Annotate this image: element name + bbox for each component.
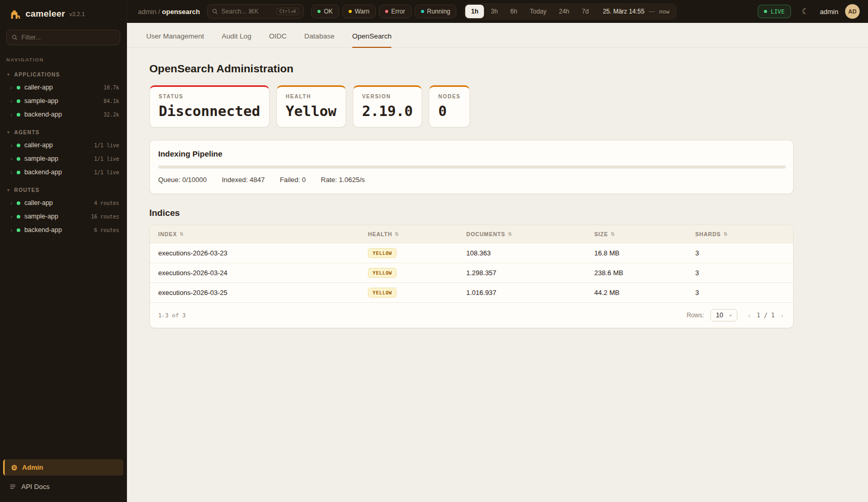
filter-pill-running[interactable]: Running [415, 5, 457, 18]
pipeline-title: Indexing Pipeline [158, 149, 786, 158]
chevron-right-icon: › [10, 85, 12, 91]
chevron-right-icon: › [10, 98, 12, 104]
table-footer-controls: Rows: 10 ▾ ‹ 1 / 1 › [686, 309, 785, 321]
cameleer-logo-icon [8, 7, 21, 20]
next-page-button[interactable]: › [780, 312, 785, 319]
chevron-right-icon: › [10, 143, 12, 148]
dark-mode-toggle[interactable]: ☾ [798, 4, 813, 19]
item-badge: 1/1 live [94, 156, 119, 162]
shortcut-badge: Ctrl+K [276, 8, 300, 15]
time-range-today[interactable]: Today [524, 5, 552, 18]
page-title: OpenSearch Administration [149, 62, 794, 75]
sidebar-item-caller-app-agent[interactable]: › caller-app 1/1 live [0, 138, 126, 152]
section-header-agents[interactable]: ▾ AGENTS [0, 127, 126, 138]
sidebar-item-api-docs[interactable]: API Docs [3, 479, 123, 495]
stat-value: Disconnected [159, 103, 260, 119]
column-header-size[interactable]: SIZE ⇅ [594, 231, 695, 237]
live-toggle[interactable]: LIVE [758, 5, 791, 18]
section-header-applications[interactable]: ▾ APPLICATIONS [0, 70, 126, 81]
column-header-shards[interactable]: SHARDS ⇅ [695, 231, 793, 237]
main-area: admin / opensearch Ctrl+K OK Warn [127, 0, 868, 502]
breadcrumb[interactable]: admin / opensearch [138, 8, 200, 16]
time-range-7d[interactable]: 7d [576, 5, 594, 18]
sidebar-item-sample-app-agent[interactable]: › sample-app 1/1 live [0, 152, 126, 165]
breadcrumb-parent[interactable]: admin [138, 8, 156, 16]
moon-icon: ☾ [802, 7, 809, 16]
chevron-down-icon: ▾ [7, 130, 10, 135]
stat-cards: STATUS Disconnected HEALTH Yellow VERSIO… [149, 85, 794, 127]
column-header-index[interactable]: INDEX ⇅ [150, 231, 368, 237]
warn-dot-icon [349, 10, 352, 13]
chevron-down-icon: ▾ [7, 72, 10, 77]
stat-label: NODES [438, 94, 461, 99]
item-label: sample-app [24, 213, 58, 220]
avatar[interactable]: AD [845, 4, 860, 19]
pipeline-stats: Queue: 0/10000 Indexed: 4847 Failed: 0 R… [158, 176, 786, 184]
time-range-6h[interactable]: 6h [505, 5, 523, 18]
filter-input[interactable] [21, 34, 115, 41]
sidebar-item-backend-app-routes[interactable]: › backend-app 6 routes [0, 223, 126, 237]
filter-pill-error[interactable]: Error [379, 5, 412, 18]
section-label: ROUTES [14, 187, 40, 193]
item-badge: 16 routes [91, 214, 119, 220]
range-end: now [659, 8, 669, 15]
pipeline-stat-indexed: Indexed: 4847 [222, 176, 264, 184]
time-range-1h[interactable]: 1h [465, 5, 484, 18]
time-range-24h[interactable]: 24h [553, 5, 575, 18]
sidebar-filter[interactable] [6, 30, 120, 45]
sidebar-footer: ⚙ Admin API Docs [0, 455, 126, 502]
sidebar-item-sample-app-routes[interactable]: › sample-app 16 routes [0, 210, 126, 223]
sidebar: cameleer v3.2.1 NAVIGATION ▾ APPLICATION… [0, 0, 127, 502]
tab-oidc[interactable]: OIDC [269, 32, 287, 48]
page-indicator: 1 / 1 [757, 312, 775, 319]
gear-icon: ⚙ [11, 464, 18, 471]
column-header-health[interactable]: HEALTH ⇅ [368, 231, 466, 237]
table-header-row: INDEX ⇅ HEALTH ⇅ DOCUMENTS ⇅ SIZE [150, 225, 793, 243]
health-badge: YELLOW [368, 268, 397, 278]
item-badge: 1/1 live [94, 143, 119, 148]
time-range-3h[interactable]: 3h [485, 5, 503, 18]
item-label: sample-app [24, 97, 58, 105]
tab-user-management[interactable]: User Management [146, 32, 204, 48]
navigation-heading: NAVIGATION [0, 54, 126, 63]
sidebar-section-agents: ▾ AGENTS › caller-app 1/1 live › sample-… [0, 127, 126, 179]
item-badge: 10.7k [104, 85, 119, 91]
sidebar-item-backend-app-agent[interactable]: › backend-app 1/1 live [0, 165, 126, 179]
prev-page-button[interactable]: ‹ [747, 312, 752, 319]
item-badge: 32.2k [104, 112, 119, 118]
pill-label: OK [324, 8, 333, 15]
tab-database[interactable]: Database [304, 32, 335, 48]
username: admin [820, 8, 838, 16]
sidebar-item-caller-app-routes[interactable]: › caller-app 4 routes [0, 196, 126, 210]
topbar-right: LIVE ☾ admin AD [758, 4, 860, 19]
tab-bar: User Management Audit Log OIDC Database … [127, 23, 868, 48]
column-header-documents[interactable]: DOCUMENTS ⇅ [466, 231, 594, 237]
stat-label: STATUS [159, 94, 260, 99]
status-dot [17, 99, 20, 103]
sidebar-item-backend-app[interactable]: › backend-app 32.2k [0, 108, 126, 121]
sidebar-item-caller-app[interactable]: › caller-app 10.7k [0, 81, 126, 94]
search-input[interactable] [221, 8, 268, 15]
sort-icon: ⇅ [395, 231, 399, 237]
api-docs-label: API Docs [21, 483, 49, 491]
filter-pill-warn[interactable]: Warn [342, 5, 376, 18]
time-range-selector: 1h 3h 6h Today 24h 7d 25. März 14:55 — n… [464, 3, 677, 20]
indices-table: INDEX ⇅ HEALTH ⇅ DOCUMENTS ⇅ SIZE [149, 225, 794, 328]
cell-index: executions-2026-03-25 [150, 289, 368, 297]
item-badge: 6 routes [94, 227, 119, 233]
sidebar-item-sample-app[interactable]: › sample-app 84.1k [0, 94, 126, 108]
time-range-display[interactable]: 25. März 14:55 — now [595, 8, 675, 15]
rows-per-page-select[interactable]: 10 ▾ [710, 309, 737, 321]
section-header-routes[interactable]: ▾ ROUTES [0, 185, 126, 196]
chevron-right-icon: › [10, 214, 12, 220]
cell-documents: 1.016.937 [466, 289, 594, 297]
global-search[interactable]: Ctrl+K [207, 4, 304, 19]
cell-size: 44.2 MB [594, 289, 695, 297]
stat-label: VERSION [362, 94, 413, 99]
tab-audit-log[interactable]: Audit Log [222, 32, 251, 48]
filter-pill-ok[interactable]: OK [311, 5, 339, 18]
rows-label: Rows: [686, 312, 704, 319]
sidebar-item-admin[interactable]: ⚙ Admin [3, 459, 123, 475]
status-dot [17, 86, 20, 89]
tab-opensearch[interactable]: OpenSearch [352, 32, 392, 48]
